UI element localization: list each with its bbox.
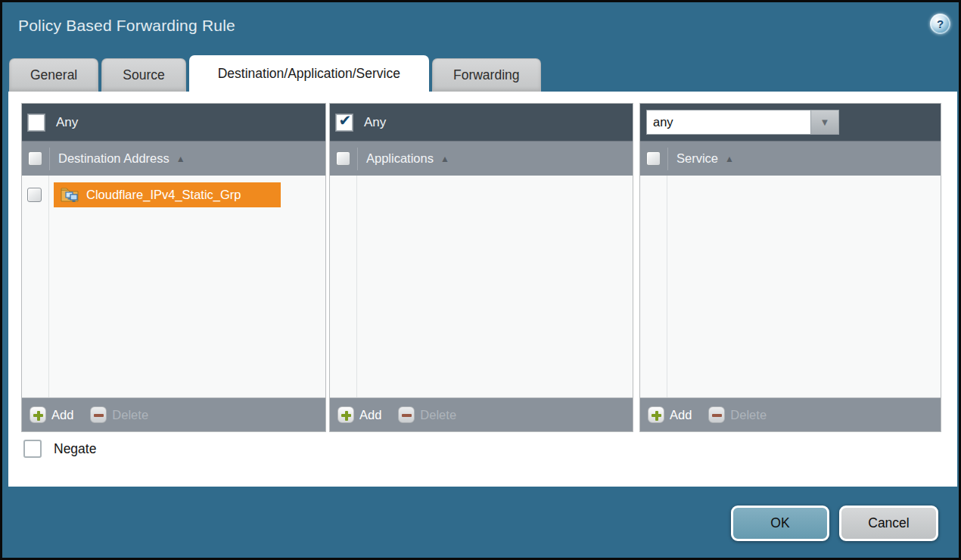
destination-address-panel: Any Destination Address ▲ [21,103,326,432]
destination-any-label: Any [56,115,78,130]
destination-any-checkbox[interactable] [28,114,45,131]
applications-any-bar: ✔ Any [330,104,633,141]
tab-content: Any Destination Address ▲ [8,92,957,487]
tab-forwarding[interactable]: Forwarding [432,58,541,92]
add-plus-icon [648,406,664,423]
service-type-dropdown[interactable]: any ▼ [646,110,839,135]
destination-select-all-checkbox[interactable] [28,151,42,166]
header-divider [667,148,668,170]
service-select-all-checkbox[interactable] [646,151,661,166]
negate-row: Negate [23,440,96,458]
tab-source[interactable]: Source [101,58,185,92]
applications-list [330,176,633,397]
service-dropdown-value[interactable]: any [646,110,811,135]
destination-item-checkbox[interactable] [27,188,42,202]
checkbox-column-divider [356,176,357,397]
help-icon[interactable]: ? [930,14,950,34]
service-panel-footer: Add Delete [640,397,941,431]
applications-any-checkbox[interactable]: ✔ [336,114,353,131]
destination-item-cloudflare-group[interactable]: Cloudflare_IPv4_Static_Grp [54,182,281,207]
checkmark-icon: ✔ [339,113,352,128]
sort-asc-icon[interactable]: ▲ [440,154,449,164]
service-delete-button[interactable]: Delete [708,406,767,423]
service-header-label[interactable]: Service [676,151,718,166]
delete-minus-icon [708,406,725,423]
applications-delete-button[interactable]: Delete [398,406,456,423]
destination-add-button[interactable]: Add [30,406,73,423]
destination-panel-footer: Add Delete [22,397,325,431]
applications-any-label: Any [364,115,386,130]
destination-list: Cloudflare_IPv4_Static_Grp [22,176,325,397]
policy-based-forwarding-dialog: Policy Based Forwarding Rule ? General S… [0,0,961,560]
sort-asc-icon[interactable]: ▲ [725,154,734,164]
applications-select-all-checkbox[interactable] [336,151,350,166]
header-divider [357,148,358,170]
applications-header-label[interactable]: Applications [366,151,434,166]
sort-asc-icon[interactable]: ▲ [176,154,185,164]
service-dropdown-bar: any ▼ [640,104,941,141]
address-group-icon [61,187,79,203]
applications-add-button[interactable]: Add [337,406,381,423]
service-panel: any ▼ Service ▲ Add [639,103,941,432]
applications-panel-footer: Add Delete [330,397,633,431]
tab-general[interactable]: General [9,58,98,92]
list-item: Cloudflare_IPv4_Static_Grp [22,176,325,207]
destination-delete-button[interactable]: Delete [90,406,148,423]
service-list [640,176,941,397]
destination-column-header: Destination Address ▲ [22,141,325,176]
applications-column-header: Applications ▲ [330,141,633,176]
checkbox-column-divider [48,176,49,397]
dialog-title: Policy Based Forwarding Rule [18,17,235,35]
service-dropdown-button[interactable]: ▼ [811,110,839,135]
header-divider [49,148,50,170]
service-column-header: Service ▲ [640,141,941,176]
delete-minus-icon [398,406,415,423]
chevron-down-icon: ▼ [820,117,830,128]
tab-bar: General Source Destination/Application/S… [9,55,544,92]
negate-checkbox[interactable] [23,440,42,458]
service-add-button[interactable]: Add [648,406,692,423]
delete-minus-icon [90,406,107,423]
ok-button[interactable]: OK [731,506,829,541]
add-plus-icon [30,406,46,423]
destination-header-label[interactable]: Destination Address [58,151,169,166]
tab-destination-application-service[interactable]: Destination/Application/Service [189,55,429,92]
destination-item-label: Cloudflare_IPv4_Static_Grp [86,188,241,202]
add-plus-icon [337,406,354,423]
negate-label: Negate [54,441,96,457]
cancel-button[interactable]: Cancel [839,506,938,541]
checkbox-column-divider [667,176,667,397]
applications-panel: ✔ Any Applications ▲ Add Dele [329,103,633,432]
destination-any-bar: Any [22,104,325,141]
